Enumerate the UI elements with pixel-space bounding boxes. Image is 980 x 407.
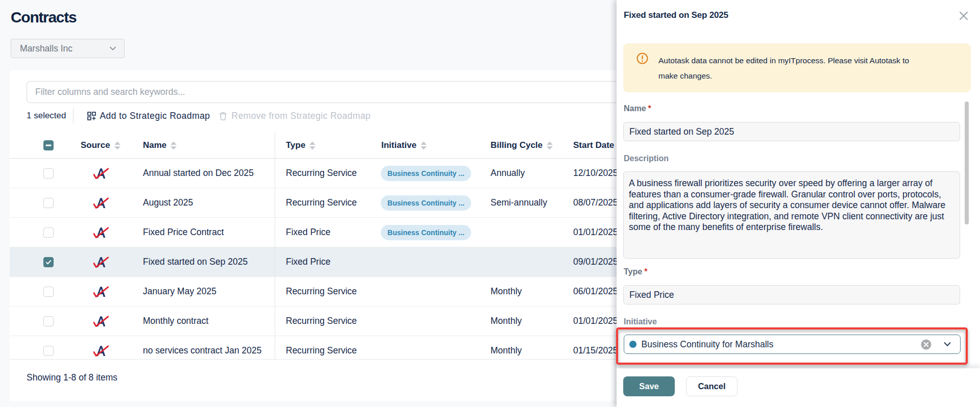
contract-type: Fixed Price xyxy=(286,247,331,276)
initiative-color-dot xyxy=(629,341,636,348)
contract-type: Recurring Service xyxy=(286,188,357,217)
billing-cycle: Annually xyxy=(491,159,525,188)
autotask-logo xyxy=(93,307,109,336)
name-label-text: Name xyxy=(624,104,646,113)
autotask-logo xyxy=(93,188,109,217)
drawer-footer: Save Cancel xyxy=(617,368,980,407)
appstore-add-icon xyxy=(87,112,96,120)
cancel-button[interactable]: Cancel xyxy=(686,376,738,396)
contract-details-drawer: Fixed started on Sep 2025 Autotask data … xyxy=(617,0,980,407)
column-header-type[interactable]: Type xyxy=(286,132,316,159)
start-date: 01/15/2025 xyxy=(573,336,618,360)
initiative-pill[interactable]: Business Continuity ... xyxy=(381,166,471,181)
autotask-logo xyxy=(93,336,109,360)
toolbar-divider xyxy=(73,108,74,123)
close-icon[interactable] xyxy=(959,11,968,20)
column-header-initiative[interactable]: Initiative xyxy=(381,132,427,159)
start-date: 12/10/2025 xyxy=(573,159,618,188)
contract-name: Fixed started on Sep 2025 xyxy=(143,247,248,276)
sort-icon[interactable] xyxy=(170,141,177,150)
remove-from-roadmap-label: Remove from Strategic Roadmap xyxy=(232,111,371,121)
frozen-column-divider xyxy=(275,132,275,359)
column-header-source[interactable]: Source xyxy=(81,132,121,159)
column-header-billing-cycle[interactable]: Billing Cycle xyxy=(491,132,553,159)
initiative-pill-cell: Business Continuity ... xyxy=(381,159,471,188)
name-field-value: Fixed started on Sep 2025 xyxy=(629,126,734,137)
contract-name: August 2025 xyxy=(143,188,193,217)
initiative-select[interactable]: Business Continuity for Marshalls xyxy=(624,335,961,354)
initiative-pill-cell: Business Continuity ... xyxy=(381,188,471,217)
autotask-logo xyxy=(93,159,109,188)
start-date: 08/07/2025 xyxy=(573,188,618,217)
contract-name: Fixed Price Contract xyxy=(143,218,224,247)
trash-icon xyxy=(219,112,227,120)
contract-type: Recurring Service xyxy=(286,307,357,336)
billing-cycle: Semi-annually xyxy=(491,188,547,217)
name-field[interactable]: Fixed started on Sep 2025 xyxy=(623,122,960,141)
clear-icon[interactable] xyxy=(921,339,932,350)
start-date: 01/01/2025 xyxy=(573,307,618,336)
row-checkbox[interactable] xyxy=(43,287,54,297)
row-checkbox[interactable] xyxy=(43,198,54,208)
type-label-text: Type xyxy=(624,267,642,276)
select-all-checkbox[interactable] xyxy=(43,132,54,159)
billing-cycle: Monthly xyxy=(491,336,522,360)
contract-type: Recurring Service xyxy=(286,277,357,306)
initiative-label: Initiative xyxy=(624,317,657,326)
chevron-down-icon[interactable] xyxy=(943,340,951,348)
autotask-logo xyxy=(93,218,109,247)
autotask-logo xyxy=(93,277,109,306)
drawer-scrollbar-thumb[interactable] xyxy=(965,101,969,224)
row-checkbox[interactable] xyxy=(43,227,54,238)
billing-cycle: Monthly xyxy=(491,277,522,306)
company-select-value: Marshalls Inc xyxy=(20,43,109,54)
initiative-select-value: Business Continuity for Marshalls xyxy=(642,339,921,350)
remove-from-roadmap-button: Remove from Strategic Roadmap xyxy=(219,111,371,121)
row-checkbox[interactable] xyxy=(43,257,54,267)
initiative-pill-cell: Business Continuity ... xyxy=(381,218,471,247)
description-field[interactable]: A business firewall prioritizes security… xyxy=(623,171,960,259)
contract-name: no services contract Jan 2025 xyxy=(143,336,262,360)
selected-count: 1 selected xyxy=(27,111,66,121)
billing-cycle: Monthly xyxy=(491,307,522,336)
row-checkbox[interactable] xyxy=(43,346,54,356)
type-field-value: Fixed Price xyxy=(629,290,674,300)
chevron-down-icon xyxy=(109,44,117,53)
description-label: Description xyxy=(624,154,669,163)
initiative-label-text: Initiative xyxy=(624,317,657,326)
add-to-roadmap-button[interactable]: Add to Strategic Roadmap xyxy=(87,111,210,121)
column-header-name[interactable]: Name xyxy=(143,132,177,159)
select-all-checkbox-box[interactable] xyxy=(43,140,54,150)
sort-icon[interactable] xyxy=(114,141,121,150)
sort-icon[interactable] xyxy=(420,141,427,150)
type-field[interactable]: Fixed Price xyxy=(623,285,960,304)
name-label: Name* xyxy=(624,104,651,113)
page-title: Contracts xyxy=(11,9,76,26)
initiative-pill[interactable]: Business Continuity ... xyxy=(381,225,471,240)
description-label-text: Description xyxy=(624,154,669,163)
warning-icon xyxy=(636,53,648,66)
add-to-roadmap-label: Add to Strategic Roadmap xyxy=(100,111,210,121)
autotask-logo xyxy=(93,247,109,276)
row-checkbox[interactable] xyxy=(43,168,54,179)
contract-type: Recurring Service xyxy=(286,159,357,188)
start-date: 09/01/2025 xyxy=(573,247,618,276)
required-asterisk: * xyxy=(648,104,651,113)
save-button[interactable]: Save xyxy=(623,376,675,396)
sort-icon[interactable] xyxy=(309,141,316,150)
type-label: Type* xyxy=(624,267,647,276)
description-field-value: A business firewall prioritizes security… xyxy=(629,178,950,233)
start-date: 01/01/2025 xyxy=(573,218,618,247)
alert-text: Autotask data cannot be edited in myITpr… xyxy=(658,53,920,83)
initiative-pill[interactable]: Business Continuity ... xyxy=(381,195,471,211)
sort-icon[interactable] xyxy=(546,141,553,150)
contract-type: Recurring Service xyxy=(286,336,357,360)
drawer-title: Fixed started on Sep 2025 xyxy=(624,10,728,20)
contract-type: Fixed Price xyxy=(286,218,331,247)
row-checkbox[interactable] xyxy=(43,316,54,326)
company-select[interactable]: Marshalls Inc xyxy=(11,39,125,58)
table-summary: Showing 1-8 of 8 items xyxy=(27,372,117,383)
contract-name: Monthly contract xyxy=(143,307,208,336)
table-toolbar: 1 selected Add to Strategic Roadmap Remo… xyxy=(27,109,371,122)
required-asterisk: * xyxy=(644,267,647,276)
